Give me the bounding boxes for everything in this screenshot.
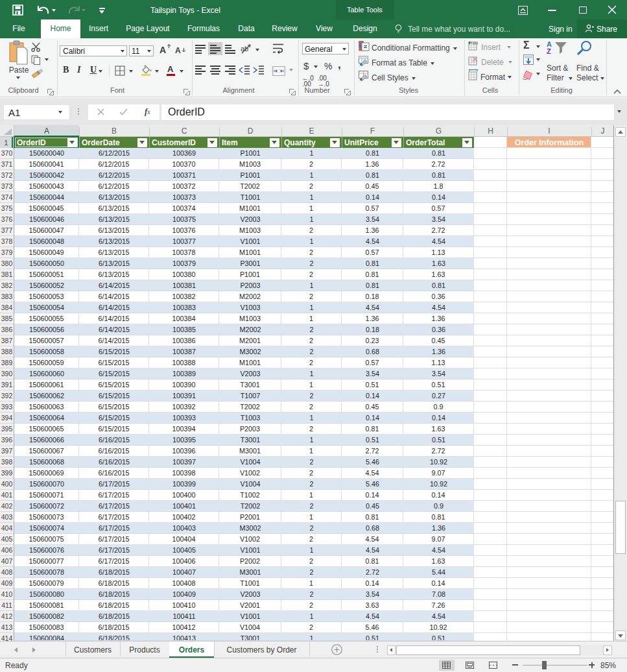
svg-text:ab: ab [241, 45, 248, 53]
